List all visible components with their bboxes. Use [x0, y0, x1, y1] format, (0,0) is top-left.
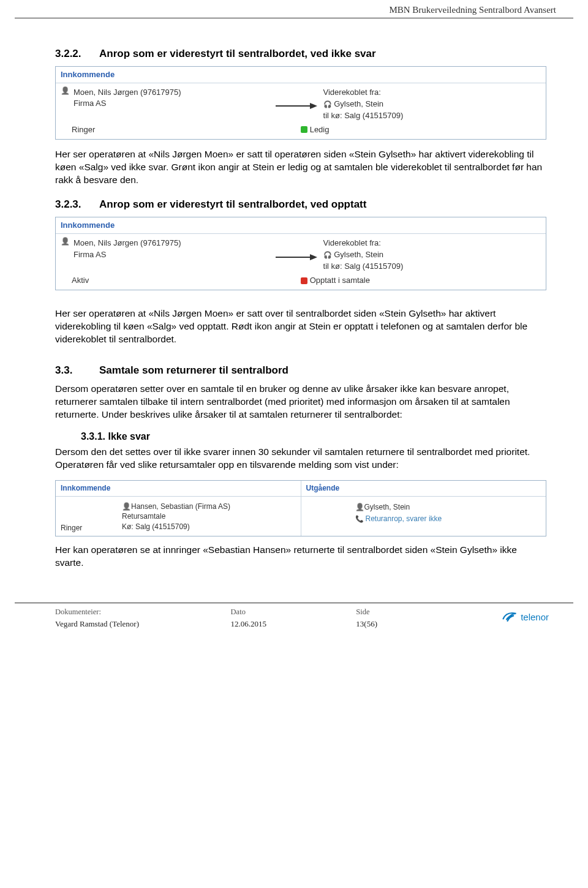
headset-icon: [323, 250, 332, 259]
incoming-header: Innkommende: [56, 481, 301, 497]
forward-arrow-icon: [268, 87, 323, 122]
status-dot-red-icon: [301, 277, 307, 284]
incoming-call-box-opptatt: Innkommende Moen, Nils Jørgen (97617975)…: [55, 217, 546, 290]
heading-number: 3.3.1.: [81, 431, 105, 442]
forwarded-from-label: Viderekoblet fra:: [323, 238, 541, 249]
paragraph-33: Dersom operatøren setter over en samtale…: [55, 383, 546, 421]
forwarded-queue: til kø: Salg (41515709): [323, 110, 541, 122]
caller-name: Moen, Nils Jørgen (97617975): [74, 238, 181, 249]
incoming-call-box-ledig: Innkommende Moen, Nils Jørgen (97617975)…: [55, 66, 546, 140]
caller-status: Ringer: [61, 124, 301, 135]
paragraph-331b: Her kan operatøren se at innringer «Seba…: [55, 544, 546, 570]
heading-3-3: 3.3.Samtale som returnerer til sentralbo…: [55, 363, 546, 378]
phone-icon: [355, 514, 366, 523]
page-footer: Dokumenteier: Vegard Ramstad (Telenor) D…: [15, 603, 573, 641]
target-status: Opptatt i samtale: [310, 275, 370, 286]
forwarded-queue: til kø: Salg (41515709): [323, 261, 541, 273]
footer-date-label: Dato: [231, 607, 356, 618]
return-label: Retursamtale: [122, 511, 296, 522]
forwarded-name: Gylseth, Stein: [334, 250, 383, 259]
status-dot-green-icon: [301, 126, 307, 133]
page-content: 3.2.2.Anrop som er viderestyrt til sentr…: [0, 23, 588, 584]
caller-org: Firma AS: [74, 249, 181, 260]
outgoing-status: Returanrop, svarer ikke: [366, 514, 442, 523]
telenor-logo: telenor: [501, 608, 549, 625]
footer-page-value: 13(56): [356, 619, 481, 630]
paragraph-323: Her ser operatøren at «Nils Jørgen Moen»…: [55, 307, 546, 346]
forwarded-from-label: Viderekoblet fra:: [323, 87, 541, 99]
outgoing-header: Utgående: [301, 481, 546, 497]
paragraph-322: Her ser operatøren at «Nils Jørgen Moen»…: [55, 148, 546, 187]
svg-marker-3: [310, 254, 317, 260]
header-title: MBN Brukerveiledning Sentralbord Avanser…: [389, 5, 556, 15]
footer-page-label: Side: [356, 607, 481, 618]
forward-arrow-icon: [268, 238, 323, 273]
headset-icon: [323, 99, 332, 108]
person-icon: [122, 502, 131, 511]
footer-date-value: 12.06.2015: [231, 619, 356, 630]
heading-number: 3.3.: [55, 363, 99, 378]
paragraph-331: Dersom den det settes over til ikke svar…: [55, 446, 546, 472]
callbox-header: Innkommende: [56, 67, 546, 83]
incoming-status: Ringer: [61, 523, 82, 533]
callbox-header: Innkommende: [56, 217, 546, 234]
return-call-box: Innkommende Hansen, Sebastian (Firma AS)…: [55, 480, 546, 536]
outgoing-name: Gylseth, Stein: [364, 503, 410, 511]
heading-text: Ikke svar: [108, 431, 150, 442]
telenor-logo-text: telenor: [521, 611, 549, 623]
heading-3-3-1: 3.3.1. Ikke svar: [81, 430, 546, 443]
heading-text: Anrop som er viderestyrt til sentralbord…: [99, 48, 376, 59]
heading-number: 3.2.2.: [55, 47, 99, 61]
caller-name: Moen, Nils Jørgen (97617975): [74, 87, 181, 98]
heading-3-2-2: 3.2.2.Anrop som er viderestyrt til sentr…: [55, 47, 546, 61]
return-queue: Kø: Salg (41515709): [122, 522, 296, 532]
person-icon: [61, 87, 70, 94]
person-icon: [355, 503, 364, 511]
heading-3-2-3: 3.2.3.Anrop som er viderestyrt til sentr…: [55, 197, 546, 212]
svg-marker-1: [310, 103, 317, 109]
target-status: Ledig: [310, 124, 330, 135]
heading-text: Samtale som returnerer til sentralbord: [99, 364, 288, 376]
page-header: MBN Brukerveiledning Sentralbord Avanser…: [15, 0, 573, 18]
return-caller-name: Hansen, Sebastian (Firma AS): [131, 502, 230, 511]
heading-number: 3.2.3.: [55, 197, 99, 212]
caller-org: Firma AS: [74, 98, 181, 109]
forwarded-name: Gylseth, Stein: [334, 99, 383, 108]
caller-status: Aktiv: [61, 275, 301, 286]
footer-owner-value: Vegard Ramstad (Telenor): [55, 619, 231, 630]
footer-owner-label: Dokumenteier:: [55, 607, 231, 618]
person-icon: [61, 238, 70, 245]
heading-text: Anrop som er viderestyrt til sentralbord…: [99, 198, 366, 210]
